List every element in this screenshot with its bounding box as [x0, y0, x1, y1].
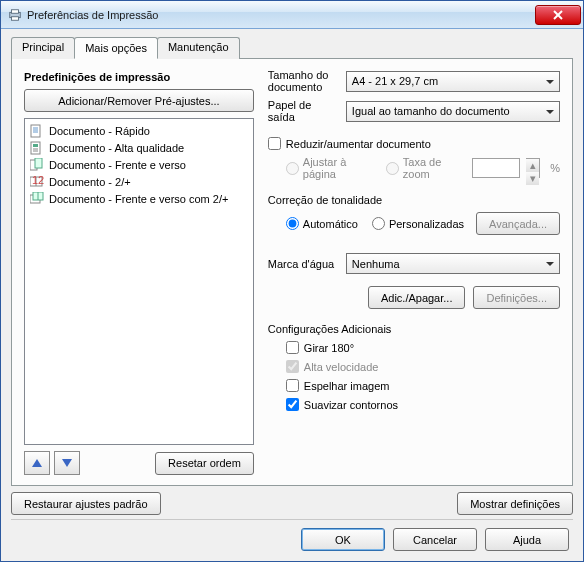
svg-rect-5	[31, 125, 40, 137]
fit-page-radio[interactable]: Ajustar à página	[286, 156, 370, 180]
smooth-edge-checkbox[interactable]: Suavizar contornos	[286, 398, 560, 411]
close-button[interactable]	[535, 5, 581, 25]
svg-rect-10	[33, 144, 38, 147]
zoom-rate-radio[interactable]: Taxa de zoom	[386, 156, 460, 180]
reduce-enlarge-input[interactable]	[268, 137, 281, 150]
watermark-add-delete-button[interactable]: Adic./Apagar...	[368, 286, 466, 309]
chevron-down-icon[interactable]: ▾	[526, 172, 539, 185]
reduce-enlarge-checkbox[interactable]: Reduzir/aumentar documento	[268, 137, 560, 150]
color-auto-radio[interactable]: Automático	[286, 217, 358, 230]
watermark-value: Nenhuma	[352, 258, 400, 270]
additional-settings-heading: Configurações Adicionais	[268, 323, 560, 335]
svg-rect-1	[12, 9, 19, 13]
svg-rect-14	[35, 158, 42, 168]
smooth-edge-label: Suavizar contornos	[304, 399, 398, 411]
preset-label: Documento - Frente e verso	[49, 159, 186, 171]
output-paper-label: Papel de saída	[268, 99, 340, 123]
preset-label: Documento - Alta qualidade	[49, 142, 184, 154]
doc-fast-icon	[29, 124, 45, 138]
doc-size-label: Tamanho do documento	[268, 69, 340, 93]
color-custom-radio[interactable]: Personalizadas	[372, 217, 464, 230]
tab-manutencao[interactable]: Manutenção	[157, 37, 240, 59]
add-remove-presets-button[interactable]: Adicionar/Remover Pré-ajustes...	[24, 89, 254, 112]
restore-defaults-button[interactable]: Restaurar ajustes padrão	[11, 492, 161, 515]
doc-duplex-2up-icon	[29, 192, 45, 206]
output-paper-value: Igual ao tamanho do documento	[352, 105, 510, 117]
show-settings-button[interactable]: Mostrar definições	[457, 492, 573, 515]
list-item[interactable]: Documento - Alta qualidade	[27, 139, 251, 156]
rotate-180-checkbox[interactable]: Girar 180°	[286, 341, 560, 354]
color-advanced-button[interactable]: Avançada...	[476, 212, 560, 235]
high-speed-checkbox[interactable]: Alta velocidade	[286, 360, 560, 373]
doc-duplex-icon	[29, 158, 45, 172]
reduce-enlarge-label: Reduzir/aumentar documento	[286, 138, 431, 150]
watermark-settings-button[interactable]: Definições...	[473, 286, 560, 309]
chevron-up-icon[interactable]: ▴	[526, 159, 539, 172]
cancel-button[interactable]: Cancelar	[393, 528, 477, 551]
zoom-value-input[interactable]	[472, 158, 520, 178]
tab-principal[interactable]: Principal	[11, 37, 75, 59]
doc-hq-icon	[29, 141, 45, 155]
svg-rect-9	[31, 142, 40, 154]
list-item[interactable]: Documento - Frente e verso	[27, 156, 251, 173]
tab-strip: Principal Mais opções Manutenção	[11, 37, 573, 59]
color-custom-label: Personalizadas	[389, 218, 464, 230]
mirror-image-checkbox[interactable]: Espelhar imagem	[286, 379, 560, 392]
color-auto-label: Automático	[303, 218, 358, 230]
printer-icon	[7, 7, 23, 23]
color-correction-heading: Correção de tonalidade	[268, 194, 560, 206]
help-button[interactable]: Ajuda	[485, 528, 569, 551]
ok-button[interactable]: OK	[301, 528, 385, 551]
move-up-button[interactable]	[24, 451, 50, 475]
list-item[interactable]: Documento - Frente e verso com 2/+	[27, 190, 251, 207]
doc-size-combo[interactable]: A4 - 21 x 29,7 cm	[346, 71, 560, 92]
svg-text:2: 2	[38, 175, 44, 186]
zoom-spinner[interactable]: ▴▾	[526, 158, 540, 178]
svg-marker-23	[62, 459, 72, 467]
svg-rect-2	[12, 16, 19, 20]
rotate-180-label: Girar 180°	[304, 342, 354, 354]
list-item[interactable]: Documento - Rápido	[27, 122, 251, 139]
preset-label: Documento - Frente e verso com 2/+	[49, 193, 228, 205]
titlebar: Preferências de Impressão	[1, 1, 583, 29]
fit-page-label: Ajustar à página	[303, 156, 370, 180]
presets-list[interactable]: Documento - Rápido Documento - Alta qual…	[24, 118, 254, 445]
zoom-rate-label: Taxa de zoom	[403, 156, 460, 180]
tab-mais-opcoes[interactable]: Mais opções	[74, 37, 158, 59]
doc-size-value: A4 - 21 x 29,7 cm	[352, 75, 438, 87]
preset-label: Documento - 2/+	[49, 176, 131, 188]
percent-label: %	[550, 162, 560, 174]
presets-heading: Predefinições de impressão	[24, 71, 254, 83]
watermark-label: Marca d'água	[268, 258, 340, 270]
move-down-button[interactable]	[54, 451, 80, 475]
mirror-image-label: Espelhar imagem	[304, 380, 390, 392]
tab-panel: Predefinições de impressão Adicionar/Rem…	[11, 58, 573, 486]
list-item[interactable]: 12 Documento - 2/+	[27, 173, 251, 190]
watermark-combo[interactable]: Nenhuma	[346, 253, 560, 274]
window-title: Preferências de Impressão	[27, 9, 535, 21]
doc-2up-icon: 12	[29, 175, 45, 189]
reset-order-button[interactable]: Resetar ordem	[155, 452, 254, 475]
preset-label: Documento - Rápido	[49, 125, 150, 137]
high-speed-label: Alta velocidade	[304, 361, 379, 373]
svg-marker-22	[32, 459, 42, 467]
output-paper-combo[interactable]: Igual ao tamanho do documento	[346, 101, 560, 122]
